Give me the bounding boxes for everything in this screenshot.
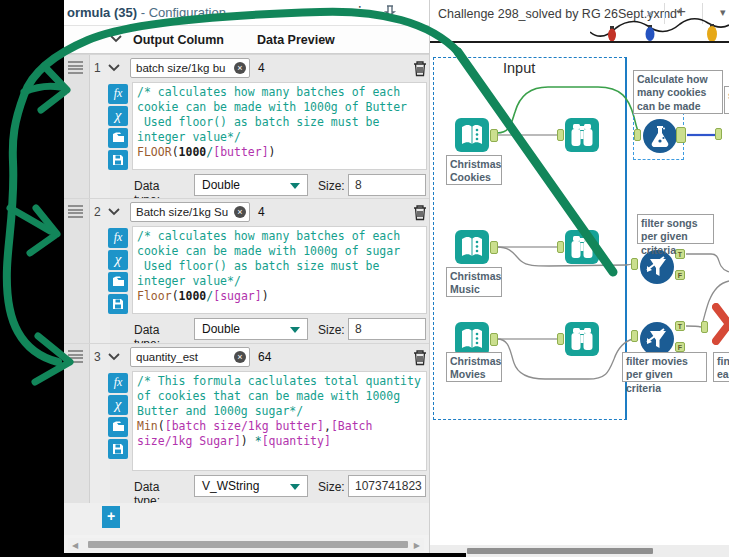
size-input[interactable]: 8 bbox=[348, 174, 426, 196]
comment-christmas-music[interactable]: Christmas Music bbox=[446, 267, 502, 297]
saved-expressions-icon[interactable] bbox=[108, 272, 128, 292]
input-data-tool-movies[interactable] bbox=[455, 322, 489, 356]
expression-table-header: Output Column Data Preview bbox=[64, 26, 429, 54]
insert-variable-icon[interactable]: χ bbox=[108, 106, 128, 126]
save-expression-icon[interactable] bbox=[108, 294, 128, 314]
scroll-right-icon[interactable]: ▶ bbox=[414, 541, 420, 550]
comment-filter-songs[interactable]: filter songs per given criteria bbox=[637, 214, 714, 244]
browse-tool[interactable] bbox=[565, 322, 599, 356]
workflow-canvas-pane: Challenge 298_solved by RG 26Sept.yxmd* … bbox=[430, 0, 729, 557]
formula-tool[interactable] bbox=[643, 119, 677, 153]
scrollbar-thumb[interactable] bbox=[467, 548, 653, 554]
saved-expressions-icon[interactable] bbox=[108, 128, 128, 148]
input-anchor[interactable] bbox=[701, 321, 708, 333]
comment-christmas-cookies[interactable]: Christmas Cookies bbox=[446, 155, 502, 185]
panel-menu-icon[interactable]: ⋮ bbox=[352, 3, 368, 19]
row-number: 2 bbox=[94, 205, 101, 219]
input-anchor[interactable] bbox=[715, 128, 722, 140]
input-anchor[interactable] bbox=[631, 330, 638, 342]
false-output-anchor[interactable]: F bbox=[675, 342, 685, 352]
output-anchor[interactable] bbox=[490, 241, 498, 254]
delete-expression-icon[interactable] bbox=[412, 348, 428, 366]
output-column-input[interactable]: Batch size/1kg Su bbox=[130, 202, 250, 222]
output-anchor[interactable] bbox=[676, 127, 686, 143]
configuration-header: ormula (35) - Configuration ⋮ bbox=[64, 0, 429, 26]
insert-function-icon[interactable]: fx bbox=[108, 84, 128, 104]
comment-christmas-movies[interactable]: Christmas Movies bbox=[446, 352, 502, 382]
browse-tool[interactable] bbox=[565, 230, 599, 264]
save-expression-icon[interactable] bbox=[108, 439, 128, 459]
browse-tool[interactable] bbox=[565, 118, 599, 152]
scroll-left-icon[interactable]: ◀ bbox=[72, 541, 78, 550]
insert-variable-icon[interactable]: χ bbox=[108, 395, 128, 415]
input-data-tool-music[interactable] bbox=[455, 230, 489, 264]
clear-column-icon[interactable]: × bbox=[234, 351, 246, 363]
drag-handle-icon[interactable] bbox=[68, 205, 83, 218]
true-output-anchor[interactable]: T bbox=[675, 321, 685, 331]
bottom-black-edge bbox=[0, 553, 466, 557]
horizontal-scrollbar[interactable]: ◀ ▶ bbox=[68, 538, 424, 551]
expression-editor[interactable]: /* calculates how many batches of each c… bbox=[132, 226, 427, 314]
size-input[interactable]: 8 bbox=[348, 318, 426, 340]
red-x-tool[interactable] bbox=[712, 303, 729, 345]
comment-formula[interactable]: Calculate how many cookies can be made bbox=[633, 70, 723, 114]
insert-function-icon[interactable]: fx bbox=[108, 373, 128, 393]
tab-overflow-icon[interactable]: ▾ bbox=[720, 6, 726, 19]
comment-filter-movies[interactable]: filter movies per given criteria bbox=[622, 352, 707, 382]
true-output-anchor[interactable]: T bbox=[675, 249, 685, 259]
insert-variable-icon[interactable]: χ bbox=[108, 250, 128, 270]
new-tab-button[interactable]: + bbox=[676, 2, 686, 22]
data-type-select[interactable]: Double bbox=[194, 174, 308, 196]
drag-handle-icon[interactable] bbox=[68, 350, 83, 363]
output-column-input[interactable]: quantity_est bbox=[130, 347, 250, 367]
container-label: Input bbox=[503, 60, 535, 76]
data-preview-value: 64 bbox=[258, 350, 271, 364]
book-icon bbox=[455, 230, 489, 264]
binoculars-icon bbox=[565, 118, 599, 152]
comment-partial-right[interactable]: s bbox=[724, 86, 729, 114]
data-type-select[interactable]: Double bbox=[194, 318, 308, 340]
expression-editor[interactable]: /* This formula caclulates total quantit… bbox=[132, 371, 427, 471]
size-input[interactable]: 1073741823 bbox=[348, 475, 426, 497]
expression-row: 3 quantity_est × 64 fx χ /* This formula… bbox=[64, 343, 429, 503]
save-expression-icon[interactable] bbox=[108, 150, 128, 170]
input-anchor[interactable] bbox=[631, 258, 638, 270]
add-expression-button[interactable]: + bbox=[102, 506, 120, 528]
column-header-output: Output Column bbox=[133, 33, 224, 47]
expression-row: 1 batch size/1kg bu × 4 fx χ /* calculat… bbox=[64, 54, 429, 198]
saved-expressions-icon[interactable] bbox=[108, 417, 128, 437]
input-anchor[interactable] bbox=[634, 129, 641, 141]
input-anchor[interactable] bbox=[557, 241, 564, 253]
input-anchor[interactable] bbox=[557, 333, 564, 345]
drag-handle-icon[interactable] bbox=[68, 61, 83, 74]
output-anchor[interactable] bbox=[490, 333, 498, 346]
false-output-anchor[interactable]: F bbox=[675, 270, 685, 280]
data-type-select[interactable]: V_WString bbox=[194, 475, 308, 497]
chevron-down-icon[interactable] bbox=[110, 35, 122, 43]
dropdown-arrow-icon bbox=[290, 327, 300, 333]
delete-expression-icon[interactable] bbox=[412, 59, 428, 77]
filter-tool-movies[interactable] bbox=[640, 322, 674, 356]
delete-expression-icon[interactable] bbox=[412, 203, 428, 221]
insert-function-icon[interactable]: fx bbox=[108, 228, 128, 248]
input-anchor[interactable] bbox=[557, 129, 564, 141]
chevron-down-icon[interactable] bbox=[108, 64, 120, 72]
chevron-down-icon[interactable] bbox=[108, 208, 120, 216]
chevron-down-icon[interactable] bbox=[108, 353, 120, 361]
clear-column-icon[interactable]: × bbox=[234, 62, 246, 74]
output-anchor[interactable] bbox=[490, 129, 498, 142]
input-data-tool-cookies[interactable] bbox=[455, 118, 489, 152]
close-tab-icon[interactable]: × bbox=[646, 6, 654, 21]
expression-editor[interactable]: /* calculates how many batches of each c… bbox=[132, 82, 427, 170]
funnel-icon bbox=[640, 322, 674, 356]
canvas-horizontal-scrollbar[interactable] bbox=[430, 545, 729, 557]
clear-column-icon[interactable]: × bbox=[234, 206, 246, 218]
output-column-input[interactable]: batch size/1kg bu bbox=[130, 58, 250, 78]
red-x-icon bbox=[712, 303, 729, 345]
comment-partial-find-each[interactable]: find each bbox=[713, 352, 729, 382]
pin-icon[interactable] bbox=[382, 4, 398, 20]
binoculars-icon bbox=[565, 322, 599, 356]
scrollbar-thumb[interactable] bbox=[88, 541, 408, 548]
alteryx-designer-screenshot: { "colors": { "alteryx_teal": "#16a298",… bbox=[0, 0, 729, 557]
document-tab-bar: Challenge 298_solved by RG 26Sept.yxmd* … bbox=[430, 0, 729, 28]
